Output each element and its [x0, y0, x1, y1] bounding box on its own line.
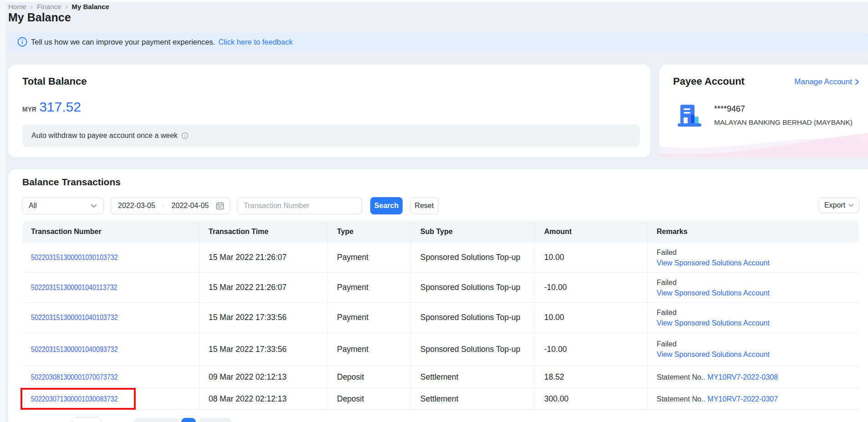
balance-transactions-title: Balance Transactions: [22, 177, 121, 188]
feedback-link[interactable]: Click here to feedback: [218, 38, 292, 46]
transaction-amount: 10.00: [535, 243, 648, 273]
transaction-remarks: FailedView Sponsored Solutions Account: [648, 333, 859, 366]
transaction-type: Deposit: [328, 366, 411, 388]
remark-link[interactable]: MY10RV7-2022-0308: [708, 373, 778, 381]
top-edge: [0, 0, 868, 2]
transaction-type: Deposit: [328, 388, 411, 410]
transaction-type: Payment: [328, 303, 411, 333]
auto-withdraw-text: Auto withdraw to payee account once a we…: [31, 132, 178, 140]
pagination-current-page[interactable]: [181, 418, 196, 422]
table-row: 50220315130000104009373215 Mar 2022 17:3…: [23, 333, 859, 366]
transaction-subtype: Sponsored Solutions Top-up: [411, 273, 535, 303]
transaction-subtype: Sponsored Solutions Top-up: [411, 303, 535, 333]
left-edge: [0, 0, 6, 422]
banner-text: Tell us how we can improve your payment …: [31, 38, 215, 46]
date-range-picker[interactable]: 2022-03-05 · 2022-04-05: [111, 197, 230, 214]
transaction-amount: 10.00: [535, 303, 648, 333]
balance-amount: 317.52: [39, 99, 81, 115]
transaction-remarks: Statement No.. MY10RV7-2022-0307: [648, 388, 859, 410]
column-header-type: Type: [328, 221, 411, 243]
transaction-time: 15 Mar 2022 21:26:07: [199, 273, 328, 303]
breadcrumb-home[interactable]: Home: [8, 3, 26, 10]
transaction-number-input[interactable]: Transaction Number: [237, 197, 362, 214]
transaction-number-link[interactable]: 502203151300001040093732: [31, 345, 118, 354]
transaction-remarks: Statement No.. MY10RV7-2022-0308: [648, 366, 859, 388]
transaction-number-link[interactable]: 502203151300001030103732: [31, 253, 118, 262]
transaction-subtype: Settlement: [411, 366, 535, 388]
transaction-subtype: Sponsored Solutions Top-up: [411, 333, 535, 366]
remark-link[interactable]: View Sponsored Solutions Account: [657, 259, 770, 267]
remark-link[interactable]: View Sponsored Solutions Account: [657, 289, 770, 297]
remark-text: Failed: [657, 249, 677, 256]
transaction-number-link[interactable]: 502203151300001040113732: [31, 283, 117, 292]
bank-name: MALAYAN BANKING BERHAD (MAYBANK): [714, 118, 853, 127]
input-placeholder: Transaction Number: [244, 202, 309, 210]
transaction-amount: -10.00: [535, 333, 648, 366]
chevron-down-icon: [848, 203, 854, 207]
date-from[interactable]: 2022-03-05: [118, 202, 155, 210]
remark-text: Failed: [657, 340, 677, 348]
remark-text: Failed: [657, 309, 677, 316]
total-balance-card: Total Balance MYR 317.52 Auto withdraw t…: [8, 65, 650, 157]
highlight-annotation: [20, 388, 136, 410]
manage-account-link[interactable]: Manage Account: [794, 77, 859, 86]
transaction-remarks: FailedView Sponsored Solutions Account: [648, 273, 859, 303]
transaction-remarks: FailedView Sponsored Solutions Account: [648, 243, 859, 273]
chevron-down-icon: [91, 204, 97, 208]
pagination-previous[interactable]: [133, 418, 179, 422]
info-icon[interactable]: [181, 132, 189, 139]
page-size-selector[interactable]: [72, 417, 102, 422]
transaction-amount: -10.00: [535, 273, 648, 303]
transaction-amount: 300.00: [535, 388, 648, 410]
transaction-number-link[interactable]: 502203081300001070073732: [31, 373, 118, 382]
feedback-banner: Tell us how we can improve your payment …: [8, 33, 868, 51]
column-header-remarks: Remarks: [648, 221, 859, 243]
info-icon: [17, 37, 27, 47]
chevron-right-icon: [854, 79, 859, 85]
table-row: 50220308130000107007373209 Mar 2022 02:1…: [23, 366, 859, 388]
column-header-transaction-time: Transaction Time: [199, 221, 328, 243]
remark-link[interactable]: View Sponsored Solutions Account: [657, 351, 770, 358]
page-title: My Balance: [8, 11, 71, 24]
column-header-amount: Amount: [535, 221, 648, 243]
transaction-type: Payment: [328, 273, 411, 303]
calendar-icon: [216, 202, 224, 210]
type-filter-value: All: [29, 202, 37, 210]
export-label: Export: [824, 201, 845, 209]
transaction-number-link[interactable]: 502203151300001040103732: [31, 313, 118, 322]
transaction-amount: 18.52: [535, 366, 648, 388]
breadcrumb: Home › Finance › My Balance: [8, 2, 109, 11]
remark-text: Statement No..: [657, 395, 705, 403]
remark-link[interactable]: MY10RV7-2022-0307: [708, 395, 778, 403]
date-range-separator: ·: [162, 202, 164, 209]
pagination-next[interactable]: [199, 418, 231, 422]
breadcrumb-finance[interactable]: Finance: [37, 3, 61, 10]
table-row: 50220315130000104011373215 Mar 2022 21:2…: [23, 273, 859, 303]
remark-text: Statement No..: [657, 373, 705, 381]
breadcrumb-separator: ›: [31, 3, 33, 10]
date-to[interactable]: 2022-04-05: [172, 202, 209, 210]
wave-decoration: [659, 124, 868, 157]
column-header-sub-type: Sub Type: [411, 221, 535, 243]
type-filter-select[interactable]: All: [22, 197, 104, 214]
export-button[interactable]: Export: [819, 198, 859, 213]
remark-link[interactable]: View Sponsored Solutions Account: [657, 319, 770, 327]
transaction-time: 15 Mar 2022 17:33:56: [199, 303, 328, 333]
manage-account-label: Manage Account: [794, 77, 852, 86]
payee-account-title: Payee Account: [673, 76, 745, 87]
transaction-type: Payment: [328, 333, 411, 366]
transaction-time: 15 Mar 2022 17:33:56: [199, 333, 328, 366]
remark-text: Failed: [657, 279, 677, 286]
transaction-remarks: FailedView Sponsored Solutions Account: [648, 303, 859, 333]
reset-button[interactable]: Reset: [410, 197, 439, 214]
column-header-transaction-number: Transaction Number: [23, 221, 199, 243]
transaction-subtype: Sponsored Solutions Top-up: [411, 243, 535, 273]
breadcrumb-current: My Balance: [71, 3, 109, 10]
auto-withdraw-note: Auto withdraw to payee account once a we…: [22, 124, 640, 147]
masked-account-number: ****9467: [714, 104, 745, 114]
search-button[interactable]: Search: [370, 197, 403, 214]
transaction-time: 09 Mar 2022 02:12:13: [199, 366, 328, 388]
table-row: 50220315130000103010373215 Mar 2022 21:2…: [23, 243, 859, 273]
transaction-subtype: Settlement: [411, 388, 535, 410]
balance-transactions-card: Balance Transactions All 2022-03-05 · 20…: [8, 169, 868, 422]
